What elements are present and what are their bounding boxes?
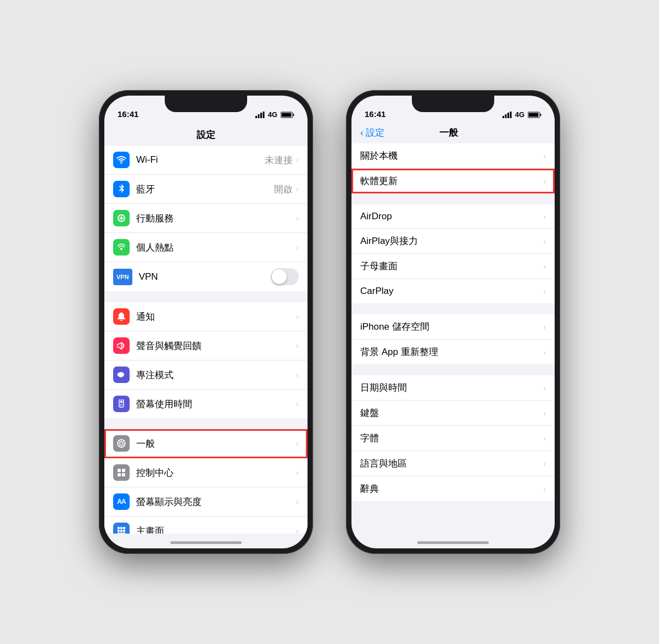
svg-rect-19 xyxy=(123,527,125,529)
pip-chevron: › xyxy=(543,262,546,271)
carplay-item[interactable]: CarPlay › xyxy=(351,279,555,303)
fonts-item[interactable]: 字體 › xyxy=(351,426,555,451)
vpn-label: VPN xyxy=(139,271,271,282)
svg-rect-2 xyxy=(260,113,262,118)
general-item[interactable]: 一般 › xyxy=(104,429,308,458)
network-right: 4G xyxy=(515,110,524,119)
control-center-item[interactable]: 控制中心 › xyxy=(104,458,308,487)
general-label: 一般 xyxy=(136,437,296,450)
svg-rect-14 xyxy=(122,469,125,472)
airdrop-chevron: › xyxy=(543,212,546,221)
vpn-toggle[interactable] xyxy=(271,268,299,285)
display-chevron: › xyxy=(296,497,299,506)
language-item[interactable]: 語言與地區 › xyxy=(351,451,555,476)
display-item[interactable]: AA 螢幕顯示與亮度 › xyxy=(104,487,308,517)
battery-icon-left xyxy=(281,112,294,118)
sounds-label: 聲音與觸覺回饋 xyxy=(136,340,296,352)
wifi-label: Wi-Fi xyxy=(136,154,265,165)
notch-right xyxy=(412,96,494,112)
section-notifications: 通知 › 聲音與觸覺回饋 › 專注模式 xyxy=(104,302,308,418)
svg-rect-18 xyxy=(120,527,122,529)
background-app-label: 背景 App 重新整理 xyxy=(360,346,543,358)
pip-item[interactable]: 子母畫面 › xyxy=(351,254,555,279)
software-update-chevron: › xyxy=(543,177,546,186)
focus-item[interactable]: 專注模式 › xyxy=(104,360,308,390)
datetime-item[interactable]: 日期與時間 › xyxy=(351,375,555,401)
hotspot-item[interactable]: 個人熱點 › xyxy=(104,233,308,262)
svg-rect-33 xyxy=(529,113,539,116)
signal-icon-right xyxy=(502,112,512,118)
software-update-label: 軟體更新 xyxy=(360,175,543,187)
software-update-item[interactable]: 軟體更新 › xyxy=(351,169,555,193)
iphone-storage-item[interactable]: iPhone 儲存空間 › xyxy=(351,314,555,340)
section-about: 關於本機 › 軟體更新 › xyxy=(351,143,555,193)
section-network: Wi-Fi 未連接 › 藍牙 開啟 › xyxy=(104,146,308,291)
svg-rect-22 xyxy=(123,530,125,532)
sounds-item[interactable]: 聲音與觸覺回饋 › xyxy=(104,331,308,360)
bluetooth-item[interactable]: 藍牙 開啟 › xyxy=(104,175,308,204)
phone-right-screen: 16:41 4G ‹ xyxy=(351,96,555,548)
time-left: 16:41 xyxy=(118,109,138,119)
dictionary-item[interactable]: 辭典 › xyxy=(351,476,555,501)
screentime-item[interactable]: 螢幕使用時間 › xyxy=(104,390,308,418)
home-screen-item[interactable]: 主畫面 › xyxy=(104,517,308,534)
section-storage: iPhone 儲存空間 › 背景 App 重新整理 › xyxy=(351,314,555,364)
keyboard-item[interactable]: 鍵盤 › xyxy=(351,401,555,426)
wifi-item[interactable]: Wi-Fi 未連接 › xyxy=(104,146,308,175)
nav-title-left: 設定 xyxy=(104,122,308,146)
iphone-storage-chevron: › xyxy=(543,323,546,331)
status-icons-right: 4G xyxy=(502,110,541,119)
svg-rect-23 xyxy=(118,532,120,534)
language-chevron: › xyxy=(543,459,546,468)
phone-left: 16:41 4G 設定 xyxy=(99,90,313,554)
svg-rect-27 xyxy=(502,116,504,118)
bluetooth-icon xyxy=(113,181,130,197)
network-left: 4G xyxy=(268,110,277,119)
notifications-chevron: › xyxy=(296,312,299,321)
notch-left xyxy=(165,96,247,112)
vpn-item[interactable]: VPN VPN xyxy=(104,262,308,291)
wifi-chevron: › xyxy=(296,156,299,164)
vpn-toggle-knob xyxy=(272,269,287,284)
svg-rect-13 xyxy=(118,469,121,472)
wifi-value: 未連接 xyxy=(265,154,293,166)
svg-rect-21 xyxy=(120,530,122,532)
fonts-label: 字體 xyxy=(360,432,543,445)
time-right: 16:41 xyxy=(365,109,386,119)
screentime-label: 螢幕使用時間 xyxy=(136,398,296,410)
screentime-chevron: › xyxy=(296,399,299,408)
datetime-label: 日期與時間 xyxy=(360,381,543,394)
language-label: 語言與地區 xyxy=(360,457,543,470)
section-datetime: 日期與時間 › 鍵盤 › 字體 › 語言與地區 › xyxy=(351,375,555,501)
nav-bar-right: ‹ 設定 一般 xyxy=(351,122,555,143)
airdrop-item[interactable]: AirDrop › xyxy=(351,204,555,229)
hotspot-icon xyxy=(113,239,130,256)
nav-title-right: 一般 xyxy=(439,126,458,139)
dictionary-chevron: › xyxy=(543,485,546,493)
nav-back-right[interactable]: ‹ 設定 xyxy=(360,126,384,139)
display-icon: AA xyxy=(113,493,130,510)
signal-icon-left xyxy=(255,112,265,118)
section-general: 一般 › 控制中心 › AA 螢幕顯示與亮度 › xyxy=(104,429,308,534)
airplay-item[interactable]: AirPlay與接力 › xyxy=(351,229,555,254)
svg-rect-20 xyxy=(118,530,120,532)
general-icon xyxy=(113,435,130,452)
svg-rect-16 xyxy=(122,473,125,476)
sounds-chevron: › xyxy=(296,341,299,350)
home-screen-chevron: › xyxy=(296,526,299,534)
home-screen-icon xyxy=(113,523,130,534)
vpn-icon: VPN xyxy=(113,269,132,285)
control-center-label: 控制中心 xyxy=(136,467,296,479)
screentime-icon xyxy=(113,396,130,412)
keyboard-chevron: › xyxy=(543,409,546,418)
settings-content-right: ‹ 設定 一般 關於本機 › 軟體更新 › xyxy=(351,122,555,548)
about-item[interactable]: 關於本機 › xyxy=(351,143,555,169)
svg-rect-15 xyxy=(118,473,121,476)
notifications-item[interactable]: 通知 › xyxy=(104,302,308,331)
cellular-item[interactable]: 行動服務 › xyxy=(104,204,308,233)
settings-list-right[interactable]: 關於本機 › 軟體更新 › AirDrop › AirPlay與接力 xyxy=(351,143,555,531)
background-app-item[interactable]: 背景 App 重新整理 › xyxy=(351,340,555,364)
svg-rect-10 xyxy=(120,401,122,403)
svg-rect-0 xyxy=(255,116,257,118)
settings-list-left[interactable]: Wi-Fi 未連接 › 藍牙 開啟 › xyxy=(104,146,308,534)
